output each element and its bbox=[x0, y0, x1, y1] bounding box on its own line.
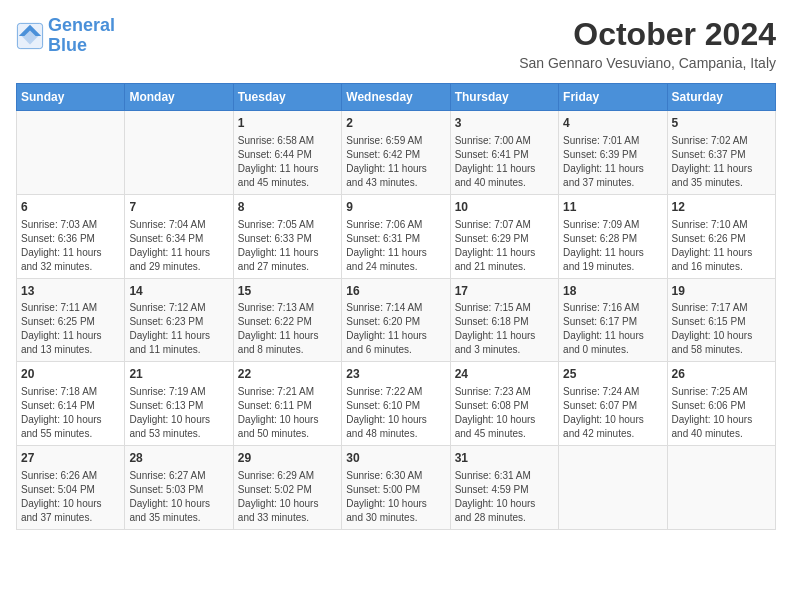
day-info: Sunrise: 7:10 AMSunset: 6:26 PMDaylight:… bbox=[672, 218, 771, 274]
day-number: 30 bbox=[346, 450, 445, 467]
calendar-cell: 4Sunrise: 7:01 AMSunset: 6:39 PMDaylight… bbox=[559, 111, 667, 195]
day-info: Sunrise: 7:13 AMSunset: 6:22 PMDaylight:… bbox=[238, 301, 337, 357]
day-number: 25 bbox=[563, 366, 662, 383]
day-info: Sunrise: 6:30 AMSunset: 5:00 PMDaylight:… bbox=[346, 469, 445, 525]
day-number: 12 bbox=[672, 199, 771, 216]
calendar-cell: 16Sunrise: 7:14 AMSunset: 6:20 PMDayligh… bbox=[342, 278, 450, 362]
logo-text: General Blue bbox=[48, 16, 115, 56]
day-number: 22 bbox=[238, 366, 337, 383]
calendar-cell: 1Sunrise: 6:58 AMSunset: 6:44 PMDaylight… bbox=[233, 111, 341, 195]
calendar-cell bbox=[17, 111, 125, 195]
day-number: 28 bbox=[129, 450, 228, 467]
day-number: 7 bbox=[129, 199, 228, 216]
logo: General Blue bbox=[16, 16, 115, 56]
day-info: Sunrise: 7:04 AMSunset: 6:34 PMDaylight:… bbox=[129, 218, 228, 274]
calendar-header: SundayMondayTuesdayWednesdayThursdayFrid… bbox=[17, 84, 776, 111]
header-saturday: Saturday bbox=[667, 84, 775, 111]
calendar-cell: 29Sunrise: 6:29 AMSunset: 5:02 PMDayligh… bbox=[233, 446, 341, 530]
day-info: Sunrise: 7:18 AMSunset: 6:14 PMDaylight:… bbox=[21, 385, 120, 441]
day-number: 6 bbox=[21, 199, 120, 216]
logo-icon bbox=[16, 22, 44, 50]
calendar-cell bbox=[559, 446, 667, 530]
day-number: 9 bbox=[346, 199, 445, 216]
header-friday: Friday bbox=[559, 84, 667, 111]
calendar-cell: 23Sunrise: 7:22 AMSunset: 6:10 PMDayligh… bbox=[342, 362, 450, 446]
calendar-cell: 31Sunrise: 6:31 AMSunset: 4:59 PMDayligh… bbox=[450, 446, 558, 530]
day-info: Sunrise: 6:29 AMSunset: 5:02 PMDaylight:… bbox=[238, 469, 337, 525]
day-info: Sunrise: 7:14 AMSunset: 6:20 PMDaylight:… bbox=[346, 301, 445, 357]
calendar-cell: 14Sunrise: 7:12 AMSunset: 6:23 PMDayligh… bbox=[125, 278, 233, 362]
day-number: 21 bbox=[129, 366, 228, 383]
calendar-cell: 19Sunrise: 7:17 AMSunset: 6:15 PMDayligh… bbox=[667, 278, 775, 362]
day-number: 8 bbox=[238, 199, 337, 216]
day-number: 16 bbox=[346, 283, 445, 300]
day-number: 29 bbox=[238, 450, 337, 467]
header-sunday: Sunday bbox=[17, 84, 125, 111]
day-info: Sunrise: 7:11 AMSunset: 6:25 PMDaylight:… bbox=[21, 301, 120, 357]
day-number: 26 bbox=[672, 366, 771, 383]
day-info: Sunrise: 7:25 AMSunset: 6:06 PMDaylight:… bbox=[672, 385, 771, 441]
week-row-5: 27Sunrise: 6:26 AMSunset: 5:04 PMDayligh… bbox=[17, 446, 776, 530]
day-number: 5 bbox=[672, 115, 771, 132]
day-info: Sunrise: 7:02 AMSunset: 6:37 PMDaylight:… bbox=[672, 134, 771, 190]
day-number: 13 bbox=[21, 283, 120, 300]
day-info: Sunrise: 7:22 AMSunset: 6:10 PMDaylight:… bbox=[346, 385, 445, 441]
header-tuesday: Tuesday bbox=[233, 84, 341, 111]
day-number: 11 bbox=[563, 199, 662, 216]
day-number: 15 bbox=[238, 283, 337, 300]
calendar-cell: 20Sunrise: 7:18 AMSunset: 6:14 PMDayligh… bbox=[17, 362, 125, 446]
day-number: 14 bbox=[129, 283, 228, 300]
month-title: October 2024 bbox=[519, 16, 776, 53]
calendar-cell: 22Sunrise: 7:21 AMSunset: 6:11 PMDayligh… bbox=[233, 362, 341, 446]
calendar-cell: 11Sunrise: 7:09 AMSunset: 6:28 PMDayligh… bbox=[559, 194, 667, 278]
header-monday: Monday bbox=[125, 84, 233, 111]
day-info: Sunrise: 7:17 AMSunset: 6:15 PMDaylight:… bbox=[672, 301, 771, 357]
calendar-cell bbox=[667, 446, 775, 530]
calendar-cell: 26Sunrise: 7:25 AMSunset: 6:06 PMDayligh… bbox=[667, 362, 775, 446]
header-row: SundayMondayTuesdayWednesdayThursdayFrid… bbox=[17, 84, 776, 111]
day-number: 19 bbox=[672, 283, 771, 300]
day-info: Sunrise: 7:21 AMSunset: 6:11 PMDaylight:… bbox=[238, 385, 337, 441]
day-number: 3 bbox=[455, 115, 554, 132]
page-header: General Blue October 2024 San Gennaro Ve… bbox=[16, 16, 776, 71]
calendar-cell: 17Sunrise: 7:15 AMSunset: 6:18 PMDayligh… bbox=[450, 278, 558, 362]
day-info: Sunrise: 6:59 AMSunset: 6:42 PMDaylight:… bbox=[346, 134, 445, 190]
calendar-cell: 25Sunrise: 7:24 AMSunset: 6:07 PMDayligh… bbox=[559, 362, 667, 446]
day-info: Sunrise: 6:26 AMSunset: 5:04 PMDaylight:… bbox=[21, 469, 120, 525]
day-info: Sunrise: 7:24 AMSunset: 6:07 PMDaylight:… bbox=[563, 385, 662, 441]
day-info: Sunrise: 6:31 AMSunset: 4:59 PMDaylight:… bbox=[455, 469, 554, 525]
day-info: Sunrise: 7:07 AMSunset: 6:29 PMDaylight:… bbox=[455, 218, 554, 274]
calendar-cell: 6Sunrise: 7:03 AMSunset: 6:36 PMDaylight… bbox=[17, 194, 125, 278]
calendar-table: SundayMondayTuesdayWednesdayThursdayFrid… bbox=[16, 83, 776, 530]
day-number: 2 bbox=[346, 115, 445, 132]
week-row-2: 6Sunrise: 7:03 AMSunset: 6:36 PMDaylight… bbox=[17, 194, 776, 278]
calendar-body: 1Sunrise: 6:58 AMSunset: 6:44 PMDaylight… bbox=[17, 111, 776, 530]
week-row-3: 13Sunrise: 7:11 AMSunset: 6:25 PMDayligh… bbox=[17, 278, 776, 362]
title-area: October 2024 San Gennaro Vesuviano, Camp… bbox=[519, 16, 776, 71]
day-number: 4 bbox=[563, 115, 662, 132]
day-info: Sunrise: 7:19 AMSunset: 6:13 PMDaylight:… bbox=[129, 385, 228, 441]
day-info: Sunrise: 7:05 AMSunset: 6:33 PMDaylight:… bbox=[238, 218, 337, 274]
calendar-cell: 2Sunrise: 6:59 AMSunset: 6:42 PMDaylight… bbox=[342, 111, 450, 195]
calendar-cell: 3Sunrise: 7:00 AMSunset: 6:41 PMDaylight… bbox=[450, 111, 558, 195]
day-info: Sunrise: 7:01 AMSunset: 6:39 PMDaylight:… bbox=[563, 134, 662, 190]
calendar-cell: 8Sunrise: 7:05 AMSunset: 6:33 PMDaylight… bbox=[233, 194, 341, 278]
calendar-cell: 28Sunrise: 6:27 AMSunset: 5:03 PMDayligh… bbox=[125, 446, 233, 530]
day-info: Sunrise: 6:58 AMSunset: 6:44 PMDaylight:… bbox=[238, 134, 337, 190]
day-info: Sunrise: 7:03 AMSunset: 6:36 PMDaylight:… bbox=[21, 218, 120, 274]
header-thursday: Thursday bbox=[450, 84, 558, 111]
day-number: 23 bbox=[346, 366, 445, 383]
calendar-cell: 13Sunrise: 7:11 AMSunset: 6:25 PMDayligh… bbox=[17, 278, 125, 362]
calendar-cell: 10Sunrise: 7:07 AMSunset: 6:29 PMDayligh… bbox=[450, 194, 558, 278]
calendar-cell: 12Sunrise: 7:10 AMSunset: 6:26 PMDayligh… bbox=[667, 194, 775, 278]
day-info: Sunrise: 7:00 AMSunset: 6:41 PMDaylight:… bbox=[455, 134, 554, 190]
header-wednesday: Wednesday bbox=[342, 84, 450, 111]
calendar-cell: 18Sunrise: 7:16 AMSunset: 6:17 PMDayligh… bbox=[559, 278, 667, 362]
calendar-cell: 30Sunrise: 6:30 AMSunset: 5:00 PMDayligh… bbox=[342, 446, 450, 530]
day-number: 31 bbox=[455, 450, 554, 467]
day-info: Sunrise: 7:16 AMSunset: 6:17 PMDaylight:… bbox=[563, 301, 662, 357]
day-info: Sunrise: 7:09 AMSunset: 6:28 PMDaylight:… bbox=[563, 218, 662, 274]
day-info: Sunrise: 7:15 AMSunset: 6:18 PMDaylight:… bbox=[455, 301, 554, 357]
calendar-cell: 15Sunrise: 7:13 AMSunset: 6:22 PMDayligh… bbox=[233, 278, 341, 362]
calendar-cell: 7Sunrise: 7:04 AMSunset: 6:34 PMDaylight… bbox=[125, 194, 233, 278]
